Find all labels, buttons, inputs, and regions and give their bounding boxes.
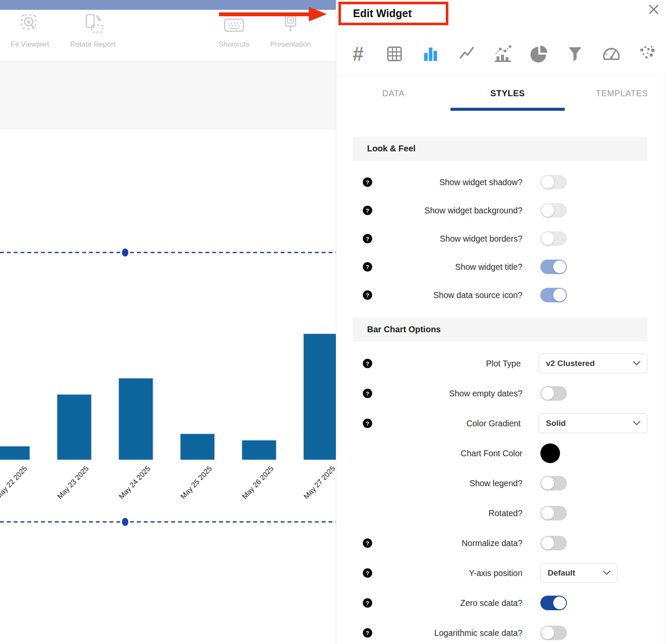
setting-row-log_scale: ?Logarithmic scale data? bbox=[353, 618, 647, 644]
widget-selection-border-bottom[interactable] bbox=[0, 521, 336, 523]
tab-templates[interactable]: TEMPLATES bbox=[565, 76, 667, 111]
presentation-button[interactable]: Presentation bbox=[265, 13, 316, 49]
toggle-normalize_data[interactable] bbox=[540, 536, 567, 550]
control-cell bbox=[540, 476, 647, 490]
toggle-widget_title[interactable] bbox=[540, 260, 567, 274]
help-icon-y_axis_position[interactable]: ? bbox=[363, 568, 372, 578]
toggle-knob bbox=[553, 289, 566, 301]
help-icon-widget_borders[interactable]: ? bbox=[363, 234, 372, 243]
help-cell: ? bbox=[353, 538, 384, 548]
chevron-down-icon bbox=[632, 419, 641, 427]
select-y_axis_position[interactable]: Default bbox=[540, 563, 617, 583]
help-cell: ? bbox=[353, 206, 384, 215]
setting-row-chart_font_color: Chart Font Color bbox=[353, 438, 647, 468]
help-icon-widget_background[interactable]: ? bbox=[363, 206, 372, 215]
help-icon-plot_type[interactable]: ? bbox=[363, 359, 372, 368]
panel-tabs: DATASTYLESTEMPLATES bbox=[336, 76, 667, 111]
x-axis-label: May 26 2025 bbox=[240, 464, 276, 501]
toggle-knob bbox=[541, 387, 554, 400]
setting-label-data_source_icon: Show data source icon? bbox=[384, 290, 540, 300]
help-icon-data_source_icon[interactable]: ? bbox=[363, 290, 372, 300]
control-cell: v2 Clustered bbox=[539, 354, 647, 373]
chevron-down-icon bbox=[602, 569, 611, 577]
toggle-empty_dates[interactable] bbox=[540, 386, 567, 401]
bar-may-26-2025[interactable] bbox=[241, 440, 277, 460]
help-icon-zero_scale[interactable]: ? bbox=[363, 598, 372, 608]
table-icon[interactable] bbox=[382, 43, 407, 65]
help-cell: ? bbox=[353, 598, 384, 608]
panel-settings: Look & Feel?Show widget shadow??Show wid… bbox=[353, 136, 647, 644]
bar-may-24-2025[interactable] bbox=[118, 378, 154, 460]
help-cell: ? bbox=[353, 177, 384, 187]
widget-selection-border-top[interactable] bbox=[0, 252, 336, 253]
select-value: Solid bbox=[546, 419, 566, 428]
scrollbar-track[interactable] bbox=[664, 75, 664, 644]
toggle-zero_scale[interactable] bbox=[540, 596, 567, 610]
tab-label: TEMPLATES bbox=[596, 89, 648, 98]
toggle-show_legend[interactable] bbox=[540, 476, 567, 490]
rotate-report-label: Rotate Report bbox=[70, 40, 116, 49]
gauge-icon[interactable] bbox=[599, 43, 624, 65]
line-chart-icon[interactable] bbox=[454, 43, 479, 65]
shortcuts-icon bbox=[223, 13, 245, 38]
help-icon-widget_title[interactable]: ? bbox=[363, 262, 372, 272]
help-icon-log_scale[interactable]: ? bbox=[363, 628, 372, 638]
pie-chart-icon[interactable] bbox=[527, 43, 551, 65]
setting-label-widget_borders: Show widget borders? bbox=[384, 234, 540, 244]
annotation-arrow-line bbox=[219, 12, 311, 16]
control-cell: Solid bbox=[539, 414, 647, 433]
toggle-widget_background[interactable] bbox=[540, 203, 567, 218]
select-plot_type[interactable]: v2 Clustered bbox=[539, 354, 647, 373]
filter-icon[interactable] bbox=[563, 43, 587, 65]
close-icon[interactable] bbox=[647, 3, 660, 16]
toggle-log_scale[interactable] bbox=[540, 626, 567, 640]
setting-label-chart_font_color: Chart Font Color bbox=[384, 449, 540, 458]
x-axis-label: May 24 2025 bbox=[117, 464, 152, 501]
fit-viewport-icon bbox=[19, 13, 41, 38]
control-cell bbox=[540, 203, 647, 218]
x-axis-label: May 27 2025 bbox=[302, 464, 336, 501]
select-color_gradient[interactable]: Solid bbox=[539, 414, 647, 433]
tab-label: DATA bbox=[382, 89, 404, 98]
toggle-rotated[interactable] bbox=[540, 506, 567, 520]
number-icon[interactable]: # bbox=[346, 43, 371, 65]
control-cell bbox=[540, 626, 647, 640]
edit-widget-panel: Edit Widget # DATASTYLESTEMPLATES Look &… bbox=[336, 0, 667, 644]
fit-viewport-button[interactable]: Fit Viewport bbox=[9, 13, 51, 49]
chevron-down-icon bbox=[632, 360, 641, 367]
help-icon-color_gradient[interactable]: ? bbox=[363, 419, 372, 428]
help-cell: ? bbox=[353, 389, 384, 398]
setting-label-widget_background: Show widget background? bbox=[384, 206, 540, 216]
widget-type-selector: # bbox=[336, 37, 667, 71]
toggle-knob bbox=[541, 232, 554, 245]
setting-row-zero_scale: ?Zero scale data? bbox=[353, 588, 647, 618]
bar-may-25-2025[interactable] bbox=[180, 433, 215, 460]
control-cell bbox=[540, 288, 647, 302]
bar-may-27-2025[interactable] bbox=[303, 333, 336, 460]
toggle-knob bbox=[553, 597, 566, 609]
toggle-knob bbox=[541, 537, 554, 549]
canvas-margin-strip bbox=[0, 61, 336, 130]
rotate-report-button[interactable]: Rotate Report bbox=[67, 13, 119, 49]
bar-chart-icon[interactable] bbox=[418, 43, 443, 65]
scatter-icon[interactable] bbox=[635, 43, 660, 65]
help-icon-empty_dates[interactable]: ? bbox=[363, 389, 372, 398]
combo-chart-icon[interactable] bbox=[490, 43, 515, 65]
bar-may-23-2025[interactable] bbox=[56, 394, 92, 460]
color-swatch-chart_font_color[interactable] bbox=[540, 443, 560, 463]
shortcuts-button[interactable]: Shortcuts bbox=[213, 13, 255, 49]
resize-handle-top[interactable] bbox=[122, 248, 128, 257]
toggle-widget_borders[interactable] bbox=[540, 231, 567, 246]
help-cell: ? bbox=[353, 359, 384, 368]
toggle-widget_shadow[interactable] bbox=[540, 175, 567, 189]
setting-row-show_legend: Show legend? bbox=[353, 468, 647, 498]
toggle-data_source_icon[interactable] bbox=[540, 288, 567, 302]
shortcuts-label: Shortcuts bbox=[219, 40, 249, 49]
tab-data[interactable]: DATA bbox=[336, 76, 451, 111]
tab-styles[interactable]: STYLES bbox=[451, 76, 565, 111]
section-header: Look & Feel bbox=[353, 136, 647, 161]
help-icon-widget_shadow[interactable]: ? bbox=[363, 177, 372, 187]
bar-may-22-2025[interactable] bbox=[0, 446, 30, 460]
help-icon-normalize_data[interactable]: ? bbox=[363, 538, 372, 548]
resize-handle-bottom[interactable] bbox=[122, 518, 128, 526]
